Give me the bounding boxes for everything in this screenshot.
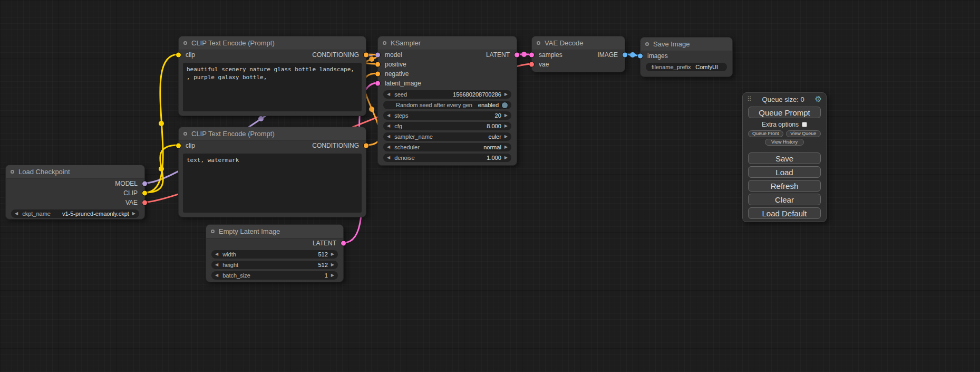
- positive-prompt-textarea[interactable]: beautiful scenery nature glass bottle la…: [183, 63, 362, 111]
- decrement-arrow-icon[interactable]: ◀: [387, 135, 390, 139]
- decrement-arrow-icon[interactable]: ◀: [387, 156, 390, 160]
- increment-arrow-icon[interactable]: ▶: [132, 212, 135, 216]
- increment-arrow-icon[interactable]: ▶: [331, 252, 334, 256]
- increment-arrow-icon[interactable]: ▶: [504, 145, 508, 149]
- node-clip-text-encode-positive[interactable]: CLIP Text Encode (Prompt) clip CONDITION…: [178, 36, 366, 116]
- widget-name: seed: [394, 91, 407, 98]
- samples-input-port[interactable]: [529, 53, 534, 58]
- cfg-widget[interactable]: ◀ cfg 8.000 ▶: [383, 122, 511, 130]
- increment-arrow-icon[interactable]: ▶: [504, 135, 508, 139]
- decrement-arrow-icon[interactable]: ◀: [387, 92, 390, 97]
- decrement-arrow-icon[interactable]: ◀: [387, 113, 390, 118]
- increment-arrow-icon[interactable]: ▶: [331, 273, 334, 278]
- collapse-dot-icon[interactable]: [183, 41, 187, 45]
- node-title-bar[interactable]: KSampler: [378, 36, 517, 50]
- model-input-port[interactable]: [375, 53, 380, 58]
- decrement-arrow-icon[interactable]: ◀: [387, 145, 390, 149]
- increment-arrow-icon[interactable]: ▶: [504, 113, 508, 118]
- decrement-arrow-icon[interactable]: ◀: [15, 212, 18, 216]
- filename-prefix-widget[interactable]: filename_prefix ComfyUI: [646, 63, 727, 71]
- collapse-dot-icon[interactable]: [645, 42, 649, 46]
- negative-prompt-textarea[interactable]: text, watermark: [183, 154, 362, 213]
- drag-handle-icon[interactable]: ⠿: [747, 96, 752, 103]
- clip-input-port[interactable]: [176, 53, 181, 58]
- decrement-arrow-icon[interactable]: ◀: [215, 263, 218, 267]
- model-output-port[interactable]: [142, 182, 147, 186]
- steps-widget[interactable]: ◀ steps 20 ▶: [383, 111, 511, 120]
- node-title-bar[interactable]: Save Image: [641, 37, 732, 51]
- positive-input-port[interactable]: [375, 62, 380, 67]
- node-save-image[interactable]: Save Image images filename_prefix ComfyU…: [640, 37, 733, 77]
- load-default-button[interactable]: Load Default: [748, 207, 821, 219]
- node-ksampler[interactable]: KSampler model LATENT positive negative …: [377, 36, 517, 166]
- node-title-bar[interactable]: VAE Decode: [532, 36, 625, 50]
- batch-size-widget[interactable]: ◀ batch_size 1 ▶: [211, 271, 338, 280]
- ckpt-name-widget[interactable]: ◀ ckpt_name v1-5-pruned-emaonly.ckpt ▶: [11, 209, 139, 218]
- node-empty-latent-image[interactable]: Empty Latent Image LATENT ◀ width 512 ▶ …: [206, 224, 344, 282]
- conditioning-output-port[interactable]: [364, 53, 368, 58]
- collapse-dot-icon[interactable]: [183, 132, 187, 136]
- node-load-checkpoint[interactable]: Load Checkpoint MODEL CLIP VAE ◀ ckpt_na…: [5, 165, 145, 220]
- width-widget[interactable]: ◀ width 512 ▶: [211, 250, 338, 259]
- latent-output-port[interactable]: [341, 241, 346, 246]
- node-title-bar[interactable]: CLIP Text Encode (Prompt): [179, 127, 366, 141]
- queue-prompt-button[interactable]: Queue Prompt: [748, 107, 821, 118]
- negative-input-port[interactable]: [375, 72, 380, 77]
- increment-arrow-icon[interactable]: ▶: [331, 263, 334, 267]
- widget-value: ComfyUI: [695, 64, 718, 70]
- node-title: Load Checkpoint: [18, 168, 70, 176]
- refresh-button[interactable]: Refresh: [748, 180, 821, 192]
- node-canvas[interactable]: Load Checkpoint MODEL CLIP VAE ◀ ckpt_na…: [0, 0, 980, 372]
- port-label: LATENT: [486, 51, 510, 59]
- node-title-bar[interactable]: CLIP Text Encode (Prompt): [179, 36, 366, 50]
- wire-latent-midpoint-dot: [521, 52, 527, 57]
- node-title-bar[interactable]: Empty Latent Image: [206, 225, 343, 239]
- clip-input-port[interactable]: [176, 144, 181, 148]
- port-label: latent_image: [385, 80, 421, 87]
- denoise-widget[interactable]: ◀ denoise 1.000 ▶: [383, 154, 511, 162]
- clear-button[interactable]: Clear: [748, 194, 821, 205]
- collapse-dot-icon[interactable]: [11, 170, 14, 174]
- input-row-positive: positive: [378, 60, 517, 69]
- collapse-dot-icon[interactable]: [537, 41, 540, 45]
- widget-name: ckpt_name: [22, 211, 51, 217]
- vae-input-port[interactable]: [529, 62, 534, 67]
- decrement-arrow-icon[interactable]: ◀: [387, 124, 390, 128]
- increment-arrow-icon[interactable]: ▶: [504, 92, 508, 97]
- view-queue-button[interactable]: View Queue: [786, 130, 821, 137]
- node-vae-decode[interactable]: VAE Decode samples IMAGE vae: [531, 36, 625, 72]
- extra-options-checkbox[interactable]: [802, 122, 807, 127]
- node-title-bar[interactable]: Load Checkpoint: [6, 165, 144, 179]
- increment-arrow-icon[interactable]: ▶: [504, 156, 508, 160]
- latent-image-input-port[interactable]: [375, 81, 380, 86]
- scheduler-widget[interactable]: ◀ scheduler normal ▶: [383, 143, 511, 151]
- node-clip-text-encode-negative[interactable]: CLIP Text Encode (Prompt) clip CONDITION…: [178, 127, 366, 217]
- clip-output-port[interactable]: [142, 191, 147, 196]
- increment-arrow-icon[interactable]: ▶: [504, 124, 508, 128]
- image-output-port[interactable]: [623, 53, 627, 58]
- collapse-dot-icon[interactable]: [211, 230, 215, 233]
- save-button[interactable]: Save: [748, 152, 821, 164]
- seed-widget[interactable]: ◀ seed 156680208700286 ▶: [383, 90, 511, 99]
- height-widget[interactable]: ◀ height 512 ▶: [211, 261, 338, 269]
- widget-value: 8.000: [487, 123, 501, 129]
- random-seed-toggle-widget[interactable]: Random seed after every gen enabled: [383, 101, 511, 109]
- port-row: samples IMAGE: [532, 50, 625, 60]
- sampler-name-widget[interactable]: ◀ sampler_name euler ▶: [383, 132, 511, 141]
- port-row: clip CONDITIONING: [179, 50, 366, 60]
- settings-gear-icon[interactable]: ⚙: [815, 94, 822, 104]
- conditioning-output-port[interactable]: [364, 144, 368, 148]
- queue-front-button[interactable]: Queue Front: [748, 130, 783, 137]
- collapse-dot-icon[interactable]: [383, 41, 386, 45]
- latent-output-port[interactable]: [515, 53, 519, 58]
- images-input-port[interactable]: [638, 54, 643, 59]
- input-row-latent-image: latent_image: [378, 79, 517, 88]
- decrement-arrow-icon[interactable]: ◀: [215, 252, 218, 256]
- widget-value: 1: [325, 272, 328, 279]
- widget-value: 1.000: [487, 155, 501, 161]
- vae-output-port[interactable]: [142, 201, 147, 205]
- view-history-button[interactable]: View History: [765, 139, 804, 146]
- load-button[interactable]: Load: [748, 166, 821, 178]
- toggle-indicator-icon[interactable]: [502, 102, 508, 108]
- decrement-arrow-icon[interactable]: ◀: [215, 273, 218, 278]
